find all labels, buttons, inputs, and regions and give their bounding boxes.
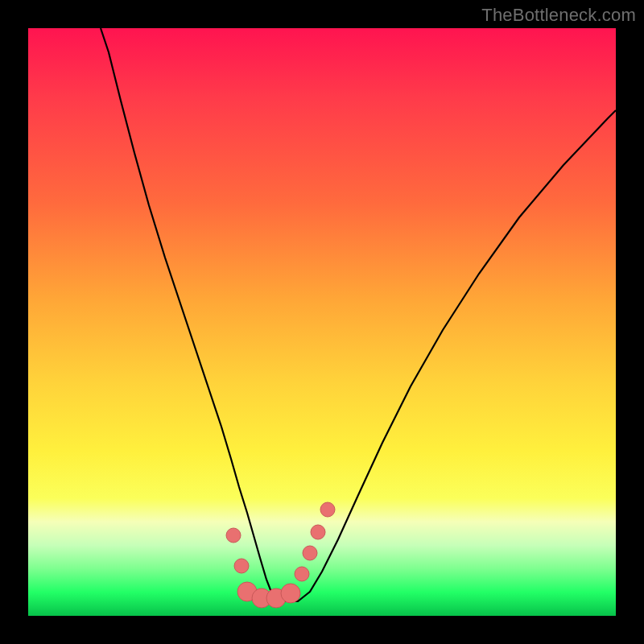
chart-overlay — [28, 28, 616, 616]
chart-marker — [295, 567, 309, 581]
chart-marker — [281, 584, 300, 603]
watermark-text: TheBottleneck.com — [481, 5, 636, 26]
chart-marker — [320, 502, 335, 517]
chart-marker — [303, 546, 317, 560]
chart-marker — [234, 559, 249, 573]
bottleneck-curve — [101, 28, 616, 601]
chart-marker — [311, 525, 325, 539]
chart-marker — [226, 528, 241, 543]
chart-markers — [226, 502, 335, 608]
chart-frame: TheBottleneck.com — [0, 0, 644, 644]
